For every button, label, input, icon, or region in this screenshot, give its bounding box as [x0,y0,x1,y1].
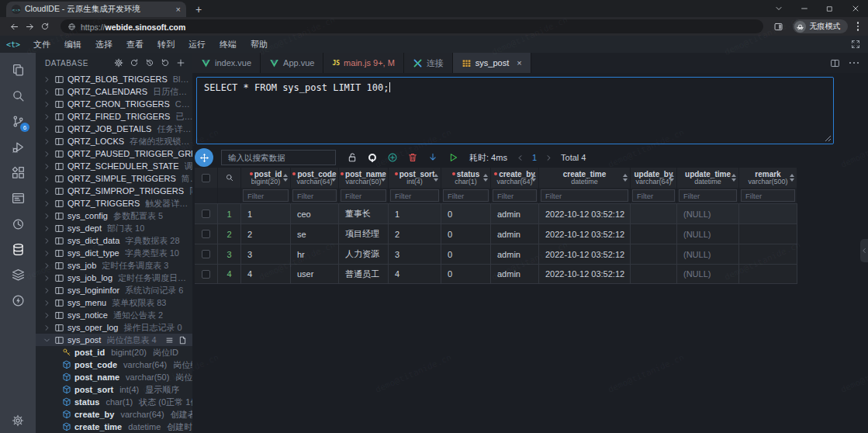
tree-table-qrtz-triggers[interactable]: QRTZ_TRIGGERS触发器详细信息表 3 [36,197,192,210]
split-view-icon[interactable] [771,22,787,32]
cell-status[interactable]: 0 [441,244,491,264]
column-header-post-code[interactable]: post_codevarchar(64) [291,168,339,188]
chevron-right-icon[interactable] [43,312,51,319]
browser-tab[interactable]: <›> CloudIDE - 云原生集成开发环境 × [6,2,186,17]
cell-update-time[interactable]: (NULL) [677,264,739,284]
next-page-icon[interactable] [545,154,552,161]
revert-icon[interactable] [367,152,378,163]
timer-icon[interactable] [0,211,36,237]
filter-input[interactable]: Filter [390,189,439,202]
column-header-post-sort[interactable]: post_sortint(4) [389,168,441,188]
tree-table-sys-logininfor[interactable]: sys_logininfor系统访问记录 6 [36,284,192,296]
search-column-cell[interactable] [218,168,241,188]
menu-item-[interactable]: 选择 [88,39,119,50]
cell-remark[interactable] [739,203,797,223]
column-header-post-id[interactable]: post_idbigint(20) [241,168,291,188]
chevron-right-icon[interactable] [43,175,51,182]
new-tab-button[interactable]: + [195,4,202,15]
tree-table-qrtz-locks[interactable]: QRTZ_LOCKS存储的悲观锁信息表 2 [36,135,192,147]
tree-table-qrtz-fired-triggers[interactable]: QRTZ_FIRED_TRIGGERS已触发的触... [36,110,192,123]
menu-item-[interactable]: 运行 [182,39,213,50]
tree-column-create-time[interactable]: create_timedatetime创建时间 [36,421,192,433]
tab-close-icon[interactable]: × [517,58,521,68]
chevron-right-icon[interactable] [43,250,51,257]
tree-table-qrtz-paused-trigger-grps[interactable]: QRTZ_PAUSED_TRIGGER_GRPS暂... [36,147,192,160]
row-checkbox[interactable] [202,270,210,279]
tree-table-sys-config[interactable]: sys_config参数配置表 5 [36,210,192,222]
chevron-right-icon[interactable] [43,200,51,207]
tree-column-post-name[interactable]: post_namevarchar(50)岗位名称 [36,371,192,383]
chevron-right-icon[interactable] [43,163,51,170]
cell-post-code[interactable]: hr [291,244,339,264]
chevron-right-icon[interactable] [43,262,51,269]
chevron-down-icon[interactable] [43,337,51,344]
split-editor-icon[interactable] [830,58,840,68]
tree-table-qrtz-job-details[interactable]: QRTZ_JOB_DETAILS任务详细信息... [36,123,192,135]
current-page[interactable]: 1 [532,153,537,162]
resize-grip-icon[interactable] [825,135,832,142]
sort-carets-icon[interactable] [331,174,336,182]
delete-record-icon[interactable] [407,152,418,163]
tree-table-sys-post[interactable]: sys_post岗位信息表 4 [36,334,192,346]
tree-table-qrtz-calendars[interactable]: QRTZ_CALENDARS日历信息表 0 [36,85,192,98]
tree-table-sys-oper-log[interactable]: sys_oper_log操作日志记录 0 [36,321,192,334]
cell-post-sort[interactable]: 2 [389,223,441,244]
chevron-right-icon[interactable] [43,188,51,195]
panel-history-icon[interactable] [145,58,154,68]
column-header-create-time[interactable]: create_timedatetime [539,168,631,188]
row-select-cell[interactable] [195,264,218,284]
cell-create-by[interactable]: admin [491,223,539,244]
chevron-right-icon[interactable] [43,151,51,158]
tree-column-create-by[interactable]: create_byvarchar(64)创建者 [36,408,192,421]
add-record-icon[interactable] [387,152,398,163]
cell-status[interactable]: 0 [441,264,491,284]
tree-table-qrtz-cron-triggers[interactable]: QRTZ_CRON_TRIGGERSCron类型... [36,98,192,110]
cell-update-by[interactable] [631,203,677,223]
chevron-right-icon[interactable] [43,287,51,294]
row-select-cell[interactable] [195,203,218,223]
tree-table-sys-notice[interactable]: sys_notice通知公告表 2 [36,309,192,321]
chevron-right-icon[interactable] [43,213,51,220]
cell-post-id[interactable]: 2 [241,223,291,244]
sort-carets-icon[interactable] [623,174,628,182]
menu-item-[interactable]: 编辑 [57,39,88,50]
tree-table-sys-menu[interactable]: sys_menu菜单权限表 83 [36,296,192,309]
chevron-right-icon[interactable] [43,275,51,282]
source-control-icon[interactable]: 6 [0,109,36,134]
reload-icon[interactable] [37,22,53,31]
back-icon[interactable] [6,22,22,32]
window-maximize-icon[interactable] [817,0,842,17]
column-header-post-name[interactable]: post_namevarchar(50) [339,168,389,188]
sort-carets-icon[interactable] [790,174,794,182]
sort-carets-icon[interactable] [483,174,488,182]
tab-close-icon[interactable]: × [176,5,181,14]
browser-menu-icon[interactable] [854,22,863,31]
tree-column-status[interactable]: statuschar(1)状态 (0正常 1停用) [36,396,192,408]
sort-carets-icon[interactable] [381,174,386,182]
chevron-right-icon[interactable] [43,76,51,83]
chevron-right-icon[interactable] [43,237,51,244]
settings-gear-icon[interactable] [0,414,36,427]
list-icon[interactable] [165,336,174,345]
forward-icon[interactable] [22,22,37,32]
filter-input[interactable]: Filter [292,189,337,202]
cell-update-time[interactable]: (NULL) [677,244,739,264]
search-icon[interactable] [0,83,36,109]
cell-post-name[interactable]: 项目经理 [339,223,389,244]
tree-table-sys-dict-data[interactable]: sys_dict_data字典数据表 28 [36,234,192,247]
sort-carets-icon[interactable] [531,174,536,182]
tree-table-sys-job[interactable]: sys_job定时任务调度表 3 [36,259,192,272]
chevron-right-icon[interactable] [43,88,51,95]
sort-carets-icon[interactable] [731,174,736,182]
chevron-right-icon[interactable] [43,101,51,108]
filter-input[interactable]: Filter [741,189,795,202]
tree-table-sys-job-log[interactable]: sys_job_log定时任务调度日志表 0 [36,272,192,284]
filter-input[interactable]: Filter [541,189,628,202]
select-all-cell[interactable] [195,168,218,188]
preview-icon[interactable] [0,185,36,211]
cell-create-time[interactable]: 2022-10-12 03:52:12 [539,264,631,284]
bolt-icon[interactable] [0,288,36,313]
cell-remark[interactable] [739,244,797,264]
cell-status[interactable]: 0 [441,223,491,244]
cell-post-id[interactable]: 4 [241,264,291,284]
